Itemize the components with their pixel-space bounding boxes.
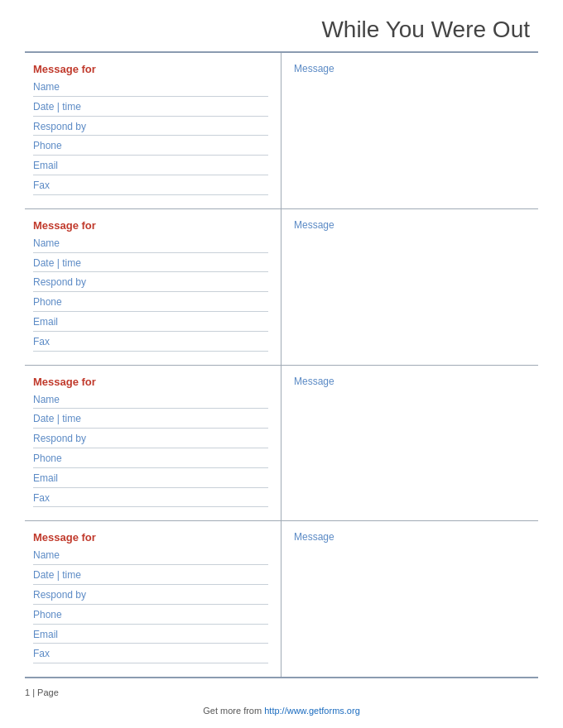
card-3-field-2-label: Respond by: [33, 588, 95, 602]
card-1-field-0: Name: [33, 237, 268, 253]
card-1-field-2-label: Respond by: [33, 275, 95, 290]
card-2-field-4: Email: [33, 472, 268, 488]
card-2-field-2: Respond by: [33, 432, 268, 448]
card-1-field-5: Fax: [33, 335, 268, 352]
card-1-message-label: Message: [294, 219, 526, 231]
card-2-field-3: Phone: [33, 452, 268, 468]
card-3-message-label: Message: [294, 531, 526, 543]
card-0-field-0-label: Name: [33, 80, 95, 94]
page-footer: 1 | Page Get more from http://www.getfor…: [25, 687, 538, 716]
card-0-field-0: Name: [33, 80, 268, 97]
card-3-field-1-label: Date | time: [33, 568, 95, 582]
card-2-message-label: Message: [294, 376, 526, 387]
card-2-field-0: Name: [33, 393, 268, 410]
card-3-field-0: Name: [33, 548, 268, 565]
card-2: Message forNameDate | timeRespond byPhon…: [25, 366, 538, 522]
card-3-field-3: Phone: [33, 608, 268, 625]
card-3-field-5: Fax: [33, 647, 268, 663]
card-3: Message forNameDate | timeRespond byPhon…: [25, 521, 538, 677]
card-1-field-3: Phone: [33, 295, 268, 312]
card-0-field-2: Respond by: [33, 120, 268, 136]
card-3-field-3-label: Phone: [33, 608, 95, 622]
card-1: Message forNameDate | timeRespond byPhon…: [25, 209, 538, 366]
card-1-field-4-label: Email: [33, 315, 95, 329]
card-3-field-5-label: Fax: [33, 647, 95, 661]
card-1-field-1: Date | time: [33, 256, 268, 273]
card-3-field-4: Email: [33, 628, 268, 644]
card-1-field-1-label: Date | time: [33, 256, 95, 271]
page: While You Were Out Message forNameDate |…: [0, 0, 563, 728]
card-1-left: Message forNameDate | timeRespond byPhon…: [25, 209, 282, 365]
card-1-field-5-label: Fax: [33, 335, 95, 349]
card-0-field-1-label: Date | time: [33, 100, 95, 114]
card-2-field-2-label: Respond by: [33, 432, 95, 446]
card-1-field-3-label: Phone: [33, 295, 95, 309]
footer-link[interactable]: http://www.getforms.org: [264, 706, 360, 716]
card-0-field-4-label: Email: [33, 159, 95, 173]
card-1-field-4: Email: [33, 315, 268, 332]
card-2-right: Message: [282, 366, 538, 521]
card-0-field-5-label: Fax: [33, 179, 95, 193]
card-2-field-3-label: Phone: [33, 452, 95, 466]
card-0: Message forNameDate | timeRespond byPhon…: [25, 53, 538, 209]
card-3-left: Message forNameDate | timeRespond byPhon…: [25, 521, 282, 677]
card-0-field-5: Fax: [33, 179, 268, 195]
card-2-field-4-label: Email: [33, 472, 95, 486]
card-2-left: Message forNameDate | timeRespond byPhon…: [25, 366, 282, 521]
card-2-field-1: Date | time: [33, 412, 268, 429]
card-3-field-0-label: Name: [33, 548, 95, 563]
card-0-field-4: Email: [33, 159, 268, 175]
card-3-field-4-label: Email: [33, 628, 95, 642]
card-0-field-3-label: Phone: [33, 139, 95, 153]
card-0-field-1: Date | time: [33, 100, 268, 117]
card-3-field-1: Date | time: [33, 568, 268, 585]
footer-link-container: Get more from http://www.getforms.org: [25, 706, 538, 716]
card-1-heading: Message for: [33, 219, 268, 232]
card-3-field-2: Respond by: [33, 588, 268, 605]
card-0-right: Message: [282, 53, 538, 208]
card-1-field-2: Respond by: [33, 275, 268, 292]
card-3-right: Message: [282, 521, 538, 677]
card-0-field-2-label: Respond by: [33, 120, 95, 134]
footer-get-more-text: Get more from: [203, 706, 262, 716]
card-2-heading: Message for: [33, 376, 268, 388]
card-0-left: Message forNameDate | timeRespond byPhon…: [25, 53, 282, 208]
page-number: 1 | Page: [25, 687, 538, 697]
card-3-heading: Message for: [33, 531, 268, 544]
card-0-message-label: Message: [294, 63, 526, 74]
card-2-field-1-label: Date | time: [33, 412, 95, 426]
card-2-field-0-label: Name: [33, 393, 95, 407]
card-1-field-0-label: Name: [33, 237, 95, 251]
cards-container: Message forNameDate | timeRespond byPhon…: [25, 51, 538, 678]
page-title: While You Were Out: [25, 17, 538, 43]
card-2-field-5: Fax: [33, 491, 268, 508]
card-2-field-5-label: Fax: [33, 491, 95, 505]
card-1-right: Message: [282, 209, 538, 365]
card-0-field-3: Phone: [33, 139, 268, 156]
card-0-heading: Message for: [33, 63, 268, 75]
